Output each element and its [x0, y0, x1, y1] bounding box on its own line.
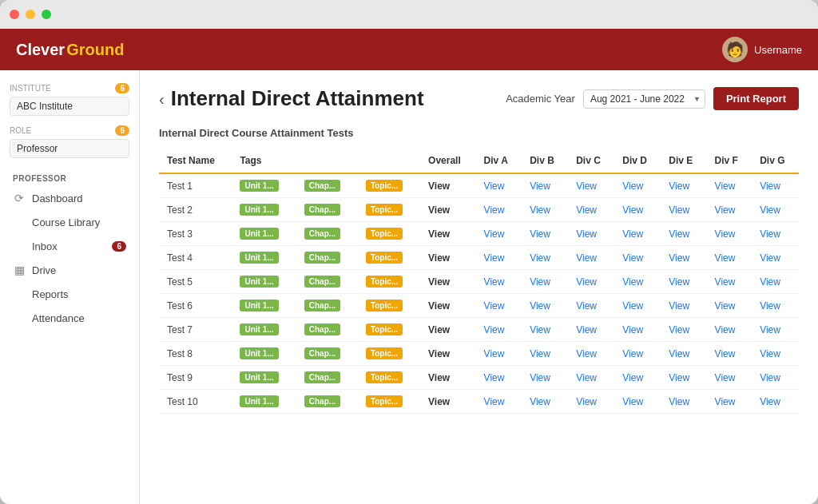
sidebar-item-attendance[interactable]: Attendance [0, 306, 139, 330]
div-b-view-link[interactable]: View [530, 228, 550, 240]
div-f-view-link[interactable]: View [715, 252, 736, 264]
tag-chap[interactable]: Chap... [304, 204, 340, 216]
back-button[interactable]: ‹ [159, 91, 165, 107]
div-g-view-link[interactable]: View [760, 372, 780, 383]
div-a-view-link[interactable]: View [484, 181, 505, 192]
div-b-view-link[interactable]: View [530, 276, 550, 288]
div-c-view-link[interactable]: View [576, 372, 597, 383]
div-a-view-link[interactable]: View [484, 252, 505, 264]
tag-unit[interactable]: Unit 1... [240, 228, 278, 240]
overall-view-link[interactable]: View [428, 348, 450, 359]
div-f-view-link[interactable]: View [715, 228, 736, 240]
div-c-view-link[interactable]: View [576, 204, 597, 216]
tag-topic[interactable]: Topic... [366, 395, 403, 407]
academic-year-select[interactable]: Aug 2021 - June 2022 [583, 89, 705, 109]
tag-chap[interactable]: Chap... [304, 371, 340, 383]
div-e-view-link[interactable]: View [669, 372, 689, 383]
tag-topic[interactable]: Topic... [366, 252, 403, 264]
overall-view-link[interactable]: View [428, 181, 450, 192]
div-g-view-link[interactable]: View [760, 252, 780, 264]
div-f-view-link[interactable]: View [715, 348, 736, 359]
div-d-view-link[interactable]: View [622, 300, 643, 312]
div-g-view-link[interactable]: View [760, 228, 780, 240]
tag-topic[interactable]: Topic... [366, 180, 403, 192]
div-d-view-link[interactable]: View [622, 372, 643, 383]
tag-unit[interactable]: Unit 1... [240, 300, 278, 312]
div-c-view-link[interactable]: View [576, 228, 597, 240]
div-a-view-link[interactable]: View [484, 396, 505, 407]
tag-topic[interactable]: Topic... [366, 323, 403, 335]
div-e-view-link[interactable]: View [669, 348, 689, 359]
div-d-view-link[interactable]: View [622, 181, 643, 192]
div-d-view-link[interactable]: View [622, 252, 643, 264]
tag-chap[interactable]: Chap... [304, 228, 340, 240]
tag-chap[interactable]: Chap... [304, 347, 340, 359]
div-d-view-link[interactable]: View [622, 204, 643, 216]
div-a-view-link[interactable]: View [484, 276, 505, 288]
div-e-view-link[interactable]: View [669, 204, 689, 216]
tag-topic[interactable]: Topic... [366, 371, 403, 383]
overall-view-link[interactable]: View [428, 372, 450, 383]
sidebar-item-course-library[interactable]: Course Library [0, 210, 139, 234]
div-b-view-link[interactable]: View [530, 348, 550, 359]
tag-topic[interactable]: Topic... [366, 276, 403, 288]
tag-unit[interactable]: Unit 1... [240, 347, 278, 359]
tag-chap[interactable]: Chap... [304, 395, 340, 407]
div-c-view-link[interactable]: View [576, 276, 597, 288]
sidebar-item-inbox[interactable]: Inbox 6 [0, 234, 139, 258]
div-g-view-link[interactable]: View [760, 300, 780, 312]
tag-chap[interactable]: Chap... [304, 252, 340, 264]
div-a-view-link[interactable]: View [484, 348, 505, 359]
div-d-view-link[interactable]: View [622, 396, 643, 407]
div-d-view-link[interactable]: View [622, 348, 643, 359]
minimize-dot[interactable] [26, 10, 35, 19]
div-f-view-link[interactable]: View [715, 276, 736, 288]
tag-topic[interactable]: Topic... [366, 228, 403, 240]
tag-chap[interactable]: Chap... [304, 276, 340, 288]
div-c-view-link[interactable]: View [576, 300, 597, 312]
div-f-view-link[interactable]: View [715, 324, 736, 335]
overall-view-link[interactable]: View [428, 228, 450, 240]
tag-unit[interactable]: Unit 1... [240, 371, 278, 383]
div-e-view-link[interactable]: View [669, 396, 689, 407]
div-f-view-link[interactable]: View [715, 396, 736, 407]
sidebar-item-dashboard[interactable]: ⟳ Dashboard [0, 186, 139, 210]
academic-year-select-wrapper[interactable]: Aug 2021 - June 2022 [583, 89, 705, 109]
tag-unit[interactable]: Unit 1... [240, 204, 278, 216]
tag-chap[interactable]: Chap... [304, 300, 340, 312]
div-e-view-link[interactable]: View [669, 300, 689, 312]
overall-view-link[interactable]: View [428, 396, 450, 407]
maximize-dot[interactable] [42, 10, 51, 19]
div-a-view-link[interactable]: View [484, 372, 505, 383]
div-b-view-link[interactable]: View [530, 324, 550, 335]
div-e-view-link[interactable]: View [669, 252, 689, 264]
div-b-view-link[interactable]: View [530, 204, 550, 216]
div-c-view-link[interactable]: View [576, 252, 597, 264]
div-a-view-link[interactable]: View [484, 204, 505, 216]
div-g-view-link[interactable]: View [760, 396, 780, 407]
div-b-view-link[interactable]: View [530, 300, 550, 312]
div-e-view-link[interactable]: View [669, 276, 689, 288]
div-f-view-link[interactable]: View [715, 181, 736, 192]
div-g-view-link[interactable]: View [760, 276, 780, 288]
div-g-view-link[interactable]: View [760, 348, 780, 359]
tag-unit[interactable]: Unit 1... [240, 276, 278, 288]
div-d-view-link[interactable]: View [622, 228, 643, 240]
print-report-button[interactable]: Print Report [713, 87, 799, 110]
user-area[interactable]: 🧑 Username [722, 37, 802, 62]
tag-topic[interactable]: Topic... [366, 347, 403, 359]
close-dot[interactable] [10, 10, 19, 19]
tag-chap[interactable]: Chap... [304, 180, 340, 192]
overall-view-link[interactable]: View [428, 300, 450, 312]
role-selector[interactable]: Professor [10, 139, 129, 158]
div-c-view-link[interactable]: View [576, 324, 597, 335]
div-e-view-link[interactable]: View [669, 181, 689, 192]
div-c-view-link[interactable]: View [576, 181, 597, 192]
div-a-view-link[interactable]: View [484, 324, 505, 335]
div-f-view-link[interactable]: View [715, 372, 736, 383]
div-d-view-link[interactable]: View [622, 324, 643, 335]
tag-topic[interactable]: Topic... [366, 300, 403, 312]
div-b-view-link[interactable]: View [530, 181, 550, 192]
div-f-view-link[interactable]: View [715, 300, 736, 312]
div-a-view-link[interactable]: View [484, 228, 505, 240]
